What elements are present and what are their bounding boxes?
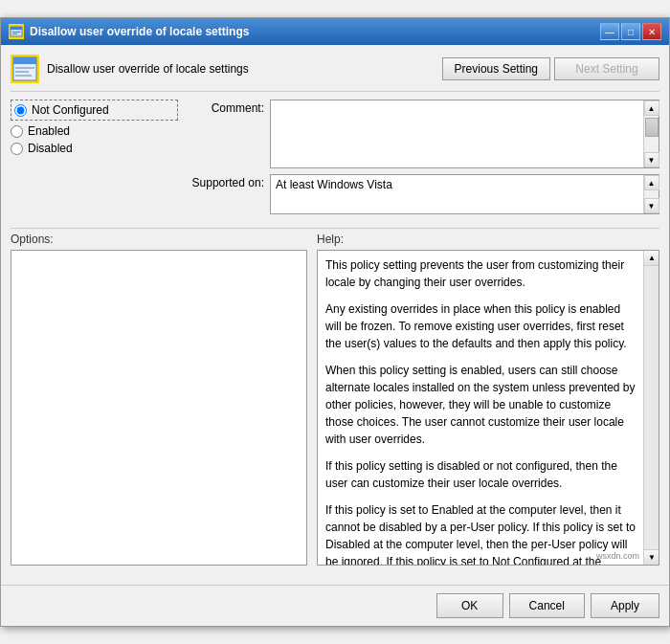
comment-label: Comment: <box>188 100 264 115</box>
svg-rect-8 <box>15 75 32 77</box>
disabled-label[interactable]: Disabled <box>28 142 73 155</box>
header-icon <box>11 55 39 83</box>
help-paragraph: When this policy setting is enabled, use… <box>325 362 639 448</box>
left-panel: Not Configured Enabled Disabled <box>11 100 178 220</box>
comment-field-container: ▲ ▼ <box>270 100 659 168</box>
supported-scroll-down[interactable]: ▼ <box>644 198 659 213</box>
title-bar-controls: — □ ✕ <box>600 23 661 40</box>
minimize-button[interactable]: — <box>600 23 619 40</box>
svg-rect-5 <box>13 57 36 64</box>
svg-rect-6 <box>15 67 34 69</box>
watermark: wsxdn.com <box>596 550 639 564</box>
svg-rect-3 <box>12 33 17 34</box>
window-icon <box>9 24 24 39</box>
options-panel: Options: <box>11 233 307 566</box>
supported-label: Supported on: <box>188 174 264 189</box>
main-area: Not Configured Enabled Disabled <box>11 100 659 220</box>
help-scroll-down[interactable]: ▼ <box>644 549 659 565</box>
disabled-option[interactable]: Disabled <box>11 142 178 155</box>
help-paragraph: Any existing overrides in place when thi… <box>325 300 639 352</box>
maximize-button[interactable]: □ <box>621 23 640 40</box>
bottom-section: Options: Help: This policy setting preve… <box>11 233 659 566</box>
cancel-button[interactable]: Cancel <box>509 593 585 618</box>
right-panel: Comment: ▲ ▼ Supported on: At least <box>188 100 659 220</box>
dialog-content: Disallow user override of locale setting… <box>1 45 669 585</box>
svg-rect-7 <box>15 71 29 73</box>
title-bar: Disallow user override of locale setting… <box>1 18 669 45</box>
disabled-radio[interactable] <box>11 143 23 155</box>
help-label: Help: <box>317 233 659 246</box>
header-buttons: Previous Setting Next Setting <box>442 57 659 80</box>
supported-row: Supported on: At least Windows Vista ▲ ▼ <box>188 174 659 214</box>
scroll-thumb[interactable] <box>645 118 659 137</box>
supported-scrollbar: ▲ ▼ <box>643 175 659 213</box>
help-panel: Help: This policy setting prevents the u… <box>317 233 659 566</box>
comment-scrollbar: ▲ ▼ <box>643 100 659 167</box>
next-setting-button[interactable]: Next Setting <box>554 57 659 80</box>
radio-group: Not Configured Enabled Disabled <box>11 100 178 155</box>
help-scroll-track <box>644 266 659 549</box>
help-scrollbar: ▲ ▼ <box>643 251 659 565</box>
comment-row: Comment: ▲ ▼ <box>188 100 659 168</box>
svg-rect-2 <box>12 32 20 33</box>
divider <box>11 228 659 229</box>
help-box: This policy setting prevents the user fr… <box>317 250 659 566</box>
close-button[interactable]: ✕ <box>642 23 661 40</box>
help-scroll-up[interactable]: ▲ <box>644 251 659 266</box>
options-box <box>11 250 307 566</box>
header-title-area: Disallow user override of locale setting… <box>11 55 249 83</box>
header-title-text: Disallow user override of locale setting… <box>47 62 249 76</box>
supported-scroll-up[interactable]: ▲ <box>644 175 659 190</box>
options-label: Options: <box>11 233 307 246</box>
footer: OK Cancel Apply <box>1 585 669 626</box>
header-section: Disallow user override of locale setting… <box>11 55 659 92</box>
not-configured-label[interactable]: Not Configured <box>32 103 109 117</box>
title-bar-text: Disallow user override of locale setting… <box>30 25 249 38</box>
supported-value: At least Windows Vista <box>271 175 659 213</box>
help-paragraph: This policy setting prevents the user fr… <box>325 256 639 291</box>
scroll-down-arrow[interactable]: ▼ <box>644 152 659 167</box>
enabled-option[interactable]: Enabled <box>11 124 178 138</box>
main-window: Disallow user override of locale setting… <box>0 17 670 627</box>
not-configured-option[interactable]: Not Configured <box>11 100 178 121</box>
enabled-label[interactable]: Enabled <box>28 124 70 138</box>
ok-button[interactable]: OK <box>436 593 503 618</box>
comment-box <box>271 100 659 167</box>
apply-button[interactable]: Apply <box>591 593 659 618</box>
help-paragraph: If this policy setting is disabled or no… <box>325 457 639 492</box>
scroll-up-arrow[interactable]: ▲ <box>644 100 659 116</box>
supported-field-container: At least Windows Vista ▲ ▼ <box>270 174 659 214</box>
not-configured-radio[interactable] <box>14 104 27 117</box>
title-bar-left: Disallow user override of locale setting… <box>9 24 249 39</box>
previous-setting-button[interactable]: Previous Setting <box>442 57 550 80</box>
enabled-radio[interactable] <box>11 125 23 138</box>
help-paragraph: If this policy is set to Enabled at the … <box>325 501 639 566</box>
help-text: This policy setting prevents the user fr… <box>325 256 639 566</box>
svg-rect-1 <box>11 27 22 30</box>
